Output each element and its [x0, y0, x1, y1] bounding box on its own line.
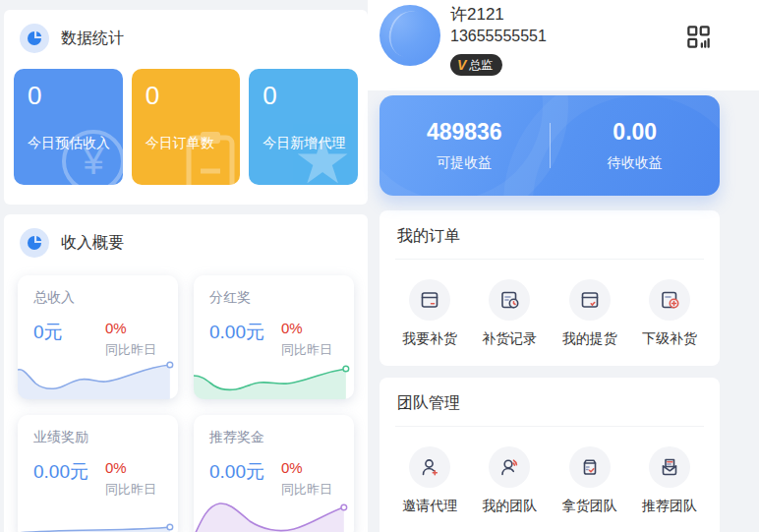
income-summary-header: 收入概要: [14, 228, 358, 258]
menu-item-supply-team[interactable]: 拿货团队: [555, 446, 624, 515]
user-name: 许2121: [450, 3, 504, 26]
section-title: 收入概要: [61, 233, 124, 254]
stat-value: 0: [146, 81, 227, 111]
team-management-title: 团队管理: [395, 378, 704, 427]
pending-earnings[interactable]: 0.00 待收收益: [551, 119, 721, 172]
sparkline-chart: [194, 496, 354, 532]
my-team-person-icon: [489, 446, 530, 488]
income-summary-panel: 收入概要 总收入 0元 0% 同比昨日 分红奖: [4, 214, 368, 532]
level-badge: V 总监: [450, 54, 502, 76]
menu-item-label: 补货记录: [475, 330, 544, 348]
clipboard-icon: [173, 124, 240, 185]
stat-card-today-income[interactable]: 0 今日预估收入 ¥: [14, 69, 123, 185]
income-percent: 0%: [105, 459, 156, 476]
wallet-card: 489836 可提收益 0.00 待收收益: [380, 95, 720, 196]
restock-card-icon: [409, 279, 450, 321]
income-card-total[interactable]: 总收入 0元 0% 同比昨日: [18, 275, 178, 399]
my-orders-panel: 我的订单 我要补货: [380, 210, 720, 366]
menu-item-label: 我要补货: [395, 330, 464, 348]
menu-item-my-team[interactable]: 我的团队: [475, 446, 544, 515]
menu-item-referral-team[interactable]: 推荐团队: [635, 446, 704, 515]
income-label: 推荐奖金: [209, 429, 338, 446]
income-card-performance[interactable]: 业绩奖励 0.00元 0% 同比昨日: [18, 415, 178, 532]
profile-section: 许2121 13655555551 V 总监: [380, 0, 720, 90]
income-value: 0.00元: [33, 459, 88, 499]
star-icon: ★: [283, 122, 358, 185]
stat-value: 0: [28, 81, 109, 111]
pending-label: 待收收益: [551, 154, 721, 172]
withdrawable-value: 489836: [380, 119, 550, 146]
sparkline-chart: [194, 356, 354, 399]
invite-person-icon: [409, 446, 450, 488]
menu-item-invite-agent[interactable]: 邀请代理: [395, 446, 464, 515]
menu-item-label: 下级补货: [635, 330, 704, 348]
svg-text:★: ★: [293, 124, 351, 185]
income-cards-grid: 总收入 0元 0% 同比昨日 分红奖 0.00元: [14, 275, 358, 532]
income-value: 0.00元: [209, 459, 264, 499]
menu-item-label: 我的提货: [555, 330, 624, 348]
pie-chart-icon: [20, 228, 49, 258]
pending-value: 0.00: [551, 119, 721, 146]
user-phone: 13655555551: [450, 28, 547, 45]
menu-item-my-pickup[interactable]: 我的提货: [555, 279, 624, 348]
avatar[interactable]: [380, 5, 440, 66]
menu-item-label: 拿货团队: [555, 498, 624, 515]
dashboard-grid-icon[interactable]: [685, 24, 712, 54]
income-label: 业绩奖励: [33, 429, 162, 446]
menu-item-restock[interactable]: 我要补货: [395, 279, 464, 348]
menu-item-label: 我的团队: [475, 498, 544, 515]
left-column: 数据统计 0 今日预估收入 ¥ 0 今日订单数: [4, 0, 368, 532]
data-statistics-header: 数据统计: [14, 24, 358, 53]
income-percent: 0%: [281, 459, 332, 476]
badge-v-icon: V: [457, 57, 466, 73]
income-value: 0元: [33, 320, 63, 359]
record-clock-icon: [489, 279, 530, 321]
income-percent: 0%: [105, 320, 156, 336]
stat-cards-row: 0 今日预估收入 ¥ 0 今日订单数: [14, 69, 358, 185]
income-label: 分红奖: [209, 289, 338, 307]
sparkline-chart: [18, 496, 178, 532]
income-card-dividend[interactable]: 分红奖 0.00元 0% 同比昨日: [194, 275, 354, 399]
yen-coin-icon: ¥: [56, 124, 123, 185]
team-items: 邀请代理 我的团队: [395, 427, 704, 532]
income-value: 0.00元: [209, 320, 264, 359]
income-card-referral[interactable]: 推荐奖金 0.00元 0% 同比昨日: [194, 415, 354, 532]
right-column: 许2121 13655555551 V 总监 489836 可提收益 0.00 …: [380, 0, 720, 532]
my-orders-title: 我的订单: [395, 210, 704, 260]
supply-box-icon: [569, 446, 611, 488]
income-percent: 0%: [281, 320, 332, 336]
section-title: 数据统计: [61, 29, 124, 49]
withdrawable-label: 可提收益: [380, 154, 550, 172]
menu-item-label: 邀请代理: [395, 498, 464, 515]
menu-item-sub-restock[interactable]: 下级补货: [635, 279, 704, 348]
stat-card-new-agents[interactable]: 0 今日新增代理 ★: [249, 69, 358, 185]
pickup-card-icon: [569, 279, 611, 321]
withdrawable-earnings[interactable]: 489836 可提收益: [380, 119, 550, 172]
data-statistics-panel: 数据统计 0 今日预估收入 ¥ 0 今日订单数: [4, 10, 368, 205]
sparkline-chart: [18, 356, 178, 399]
referral-envelope-icon: [649, 446, 690, 488]
stat-value: 0: [263, 81, 344, 111]
team-management-panel: 团队管理 邀请代理: [380, 378, 720, 532]
menu-item-restock-record[interactable]: 补货记录: [475, 279, 544, 348]
pie-chart-icon: [20, 24, 49, 53]
stat-card-today-orders[interactable]: 0 今日订单数: [132, 69, 241, 185]
income-label: 总收入: [33, 289, 162, 307]
svg-text:¥: ¥: [82, 141, 104, 182]
badge-label: 总监: [469, 57, 493, 74]
sub-restock-plus-icon: [649, 279, 690, 321]
menu-item-label: 推荐团队: [635, 498, 704, 515]
my-orders-items: 我要补货 补货记录: [395, 260, 704, 366]
